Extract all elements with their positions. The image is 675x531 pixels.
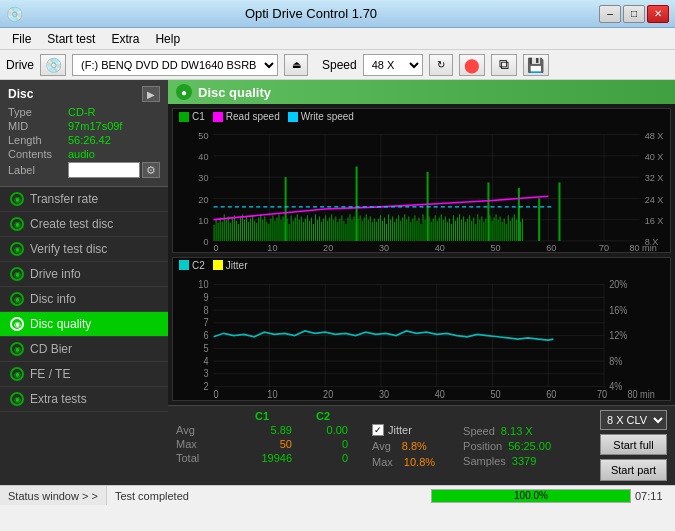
svg-rect-125 [390, 220, 391, 241]
sidebar-item-disc-quality[interactable]: ◉ Disc quality [0, 312, 168, 337]
svg-rect-53 [252, 215, 253, 241]
svg-rect-136 [412, 219, 413, 241]
svg-rect-176 [498, 220, 499, 241]
svg-rect-128 [396, 219, 397, 241]
minimize-button[interactable]: – [599, 5, 621, 23]
sidebar-item-create-test-disc[interactable]: ◉ Create test disc [0, 212, 168, 237]
svg-rect-159 [461, 220, 462, 241]
svg-rect-61 [268, 224, 269, 241]
sidebar-item-disc-info[interactable]: ◉ Disc info [0, 287, 168, 312]
avg-c1-value: 5.89 [232, 424, 292, 436]
svg-rect-162 [467, 219, 468, 241]
erase-button[interactable]: ⬤ [459, 54, 485, 76]
menu-start-test[interactable]: Start test [39, 30, 103, 48]
svg-rect-44 [234, 215, 235, 241]
svg-text:40: 40 [435, 243, 445, 251]
svg-rect-180 [506, 224, 507, 241]
svg-rect-185 [516, 220, 517, 241]
svg-rect-70 [287, 219, 288, 241]
drivebar: Drive 💿 (F:) BENQ DVD DD DW1640 BSRB ⏏ S… [0, 50, 675, 80]
svg-text:10: 10 [267, 243, 277, 251]
status-window-label: Status window > > [8, 490, 98, 502]
drive-selector[interactable]: (F:) BENQ DVD DD DW1640 BSRB [72, 54, 278, 76]
total-label: Total [176, 452, 226, 464]
svg-rect-178 [502, 222, 503, 241]
copy-button[interactable]: ⧉ [491, 54, 517, 76]
svg-rect-46 [238, 224, 239, 241]
disc-panel-title: Disc [8, 87, 33, 101]
disc-label-gear-button[interactable]: ⚙ [142, 162, 160, 178]
start-full-button[interactable]: Start full [600, 434, 667, 456]
close-button[interactable]: ✕ [647, 5, 669, 23]
svg-text:10: 10 [198, 216, 208, 226]
menu-file[interactable]: File [4, 30, 39, 48]
sidebar-item-drive-info[interactable]: ◉ Drive info [0, 262, 168, 287]
svg-rect-105 [358, 219, 359, 241]
svg-rect-56 [258, 218, 259, 241]
svg-rect-140 [420, 224, 421, 241]
disc-quality-header: ● Disc quality [168, 80, 675, 104]
svg-rect-113 [374, 219, 375, 241]
status-window-button[interactable]: Status window > > [0, 486, 107, 505]
app-icon: 💿 [6, 6, 23, 22]
disc-panel: Disc ▶ Type CD-R MID 97m17s09f Length 56… [0, 80, 168, 187]
refresh-button[interactable]: ↻ [429, 54, 453, 76]
progress-bar-container: 100.0% [431, 489, 631, 503]
maximize-button[interactable]: □ [623, 5, 645, 23]
svg-rect-60 [266, 222, 267, 241]
svg-rect-120 [380, 215, 381, 241]
svg-rect-108 [364, 218, 365, 241]
disc-label-input[interactable] [68, 162, 140, 178]
svg-rect-63 [272, 215, 273, 241]
svg-text:8%: 8% [609, 354, 622, 366]
svg-rect-124 [388, 214, 389, 241]
svg-rect-167 [477, 214, 478, 241]
sidebar-item-extra-tests[interactable]: ◉ Extra tests [0, 387, 168, 412]
disc-expand-button[interactable]: ▶ [142, 86, 160, 102]
speed-selector[interactable]: 48 X [363, 54, 423, 76]
svg-text:2: 2 [203, 380, 208, 392]
svg-rect-54 [254, 221, 255, 241]
write-speed-legend-label: Write speed [301, 111, 354, 122]
svg-text:32 X: 32 X [645, 173, 664, 183]
svg-rect-80 [307, 215, 308, 241]
extra-tests-icon: ◉ [10, 392, 24, 406]
save-button[interactable]: 💾 [523, 54, 549, 76]
svg-rect-181 [508, 215, 509, 241]
svg-rect-169 [481, 216, 482, 240]
svg-text:4%: 4% [609, 380, 622, 392]
menu-extra[interactable]: Extra [103, 30, 147, 48]
avg-label: Avg [176, 424, 226, 436]
clv-speed-selector[interactable]: 8 X CLV [600, 410, 667, 430]
svg-rect-155 [453, 215, 454, 241]
svg-text:6: 6 [203, 329, 209, 341]
sidebar-item-transfer-rate[interactable]: ◉ Transfer rate [0, 187, 168, 212]
svg-rect-95 [337, 222, 338, 241]
jitter-avg-label: Avg [372, 440, 391, 452]
svg-text:80 min: 80 min [627, 388, 654, 400]
svg-rect-34 [214, 225, 215, 241]
transfer-rate-icon: ◉ [10, 192, 24, 206]
disc-contents-value: audio [68, 148, 95, 160]
svg-rect-55 [256, 223, 257, 241]
svg-rect-161 [465, 222, 466, 241]
position-value: 56:25.00 [508, 440, 551, 452]
svg-text:70: 70 [597, 388, 608, 400]
sidebar-item-verify-test-disc[interactable]: ◉ Verify test disc [0, 237, 168, 262]
sidebar-item-fe-te[interactable]: ◉ FE / TE [0, 362, 168, 387]
c2-chart-svg: 10 9 8 7 6 5 4 3 2 20% 16% 12% 8% [173, 273, 670, 401]
jitter-checkbox[interactable]: ✓ [372, 424, 384, 436]
main-area: Disc ▶ Type CD-R MID 97m17s09f Length 56… [0, 80, 675, 485]
start-part-button[interactable]: Start part [600, 459, 667, 481]
sidebar-label-disc-info: Disc info [30, 292, 76, 306]
menu-help[interactable]: Help [147, 30, 188, 48]
svg-rect-134 [408, 216, 409, 240]
disc-contents-label: Contents [8, 148, 68, 160]
eject-button[interactable]: ⏏ [284, 54, 308, 76]
drive-label: Drive [6, 58, 34, 72]
window-controls: – □ ✕ [599, 5, 669, 23]
svg-rect-171 [485, 219, 486, 241]
statusbar: Status window > > Test completed 100.0% … [0, 485, 675, 505]
total-c2-value: 0 [298, 452, 348, 464]
sidebar-item-cd-bier[interactable]: ◉ CD Bier [0, 337, 168, 362]
